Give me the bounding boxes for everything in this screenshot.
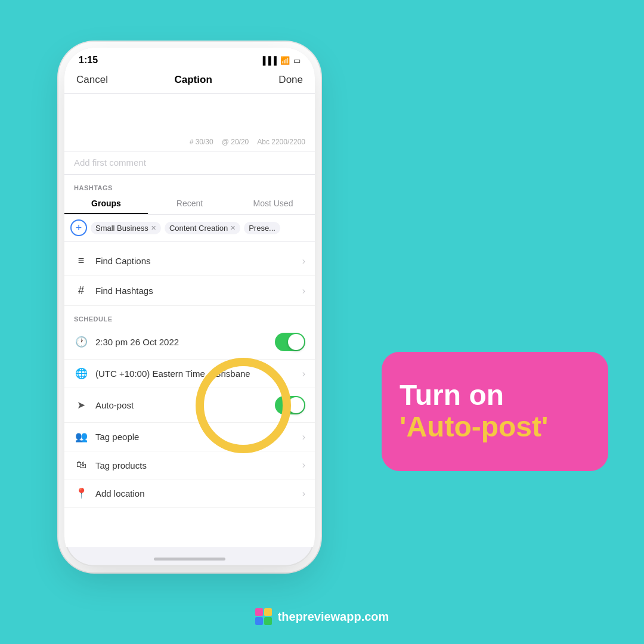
logo-cell-blue [255,617,263,625]
status-icons: ▐▐▐ 📶 ▭ [260,56,301,65]
hashtags-section: HASHTAGS Groups Recent Most Used + Small… [64,179,315,242]
logo-cell-green [264,617,272,625]
counter-bar: # 30/30 @ 20/20 Abc 2200/2200 [64,135,315,151]
timezone-text: (UTC +10:00) Eastern Time – Brisbane [95,369,302,379]
find-hashtags-item[interactable]: # Find Hashtags › [64,276,315,306]
tab-recent[interactable]: Recent [148,194,231,214]
wifi-icon: 📶 [280,56,290,65]
tag-products-arrow-icon: › [302,460,305,470]
autopost-text: Auto-post [95,400,275,410]
signal-icon: ▐▐▐ [260,56,277,65]
location-icon: 📍 [74,487,88,500]
tag-close-icon[interactable]: ✕ [151,224,156,232]
globe-icon: 🌐 [74,367,88,380]
schedule-label: SCHEDULE [64,311,315,325]
datetime-item[interactable]: 🕐 2:30 pm 26 Oct 2022 [64,325,315,360]
logo-cell-pink [255,608,263,616]
tab-groups[interactable]: Groups [64,194,148,214]
tag-chip-small-business[interactable]: Small Business ✕ [91,222,161,234]
bag-icon: 🛍 [74,459,88,471]
captions-arrow-icon: › [302,256,305,267]
status-time: 1:15 [79,55,98,66]
find-captions-label: Find Captions [95,256,302,266]
find-captions-item[interactable]: ≡ Find Captions › [64,246,315,276]
timezone-item[interactable]: 🌐 (UTC +10:00) Eastern Time – Brisbane › [64,360,315,388]
phone-wrapper: 1:15 ▐▐▐ 📶 ▭ Cancel Caption Done # 30/30… [64,48,315,566]
add-location-item[interactable]: 📍 Add location › [64,479,315,508]
hashtag-tabs: Groups Recent Most Used [64,194,315,215]
captions-icon: ≡ [74,255,88,267]
cancel-button[interactable]: Cancel [76,74,108,86]
status-bar: 1:15 ▐▐▐ 📶 ▭ [64,48,315,69]
datetime-text: 2:30 pm 26 Oct 2022 [95,337,275,347]
done-button[interactable]: Done [278,74,303,86]
cta-badge: Turn on 'Auto-post' [382,352,608,471]
battery-icon: ▭ [293,56,301,65]
nav-bar: Cancel Caption Done [64,69,315,94]
autopost-item[interactable]: ➤ Auto-post [64,388,315,423]
tag-products-text: Tag products [95,460,302,470]
phone-content: # 30/30 @ 20/20 Abc 2200/2200 Add first … [64,94,315,547]
tag-close-icon[interactable]: ✕ [230,224,236,232]
add-tag-button[interactable]: + [70,219,87,236]
tag-people-text: Tag people [95,432,302,442]
hashtags-arrow-icon: › [302,286,305,296]
nav-title: Caption [175,74,212,86]
tag-chip-content-creation[interactable]: Content Creation ✕ [165,222,240,234]
logo-cell-yellow [264,608,272,616]
badge-line1: Turn on [400,380,590,411]
comment-area[interactable]: Add first comment [64,151,315,175]
timezone-arrow-icon: › [302,369,305,379]
autopost-icon: ➤ [74,399,88,411]
add-location-arrow-icon: › [302,488,305,499]
badge-line2: 'Auto-post' [400,411,590,443]
schedule-section: SCHEDULE 🕐 2:30 pm 26 Oct 2022 🌐 (UTC +1… [64,311,315,508]
datetime-toggle[interactable] [275,333,305,351]
caption-area[interactable] [64,94,315,135]
footer: thepreviewapp.com [0,608,644,625]
people-icon: 👥 [74,431,88,443]
autopost-toggle[interactable] [275,396,305,414]
footer-url: thepreviewapp.com [278,610,389,624]
tag-label: Small Business [95,224,148,233]
hashtag-counter: # 30/30 [190,138,213,146]
tag-products-item[interactable]: 🛍 Tag products › [64,451,315,479]
hashtag-icon: # [74,284,88,297]
tag-label: Prese... [249,224,275,233]
tag-people-arrow-icon: › [302,432,305,442]
add-location-text: Add location [95,488,302,499]
tag-people-item[interactable]: 👥 Tag people › [64,423,315,451]
menu-section: ≡ Find Captions › # Find Hashtags › [64,246,315,306]
hashtags-label: HASHTAGS [64,179,315,194]
home-indicator [154,558,225,561]
app-logo [255,608,272,625]
phone-frame: 1:15 ▐▐▐ 📶 ▭ Cancel Caption Done # 30/30… [64,48,315,566]
clock-icon: 🕐 [74,336,88,348]
comment-placeholder: Add first comment [74,157,146,168]
char-counter: Abc 2200/2200 [257,138,305,146]
tag-label: Content Creation [169,224,228,233]
tags-row: + Small Business ✕ Content Creation ✕ Pr… [64,215,315,242]
find-hashtags-label: Find Hashtags [95,286,302,296]
tab-most-used[interactable]: Most Used [231,194,315,214]
mention-counter: @ 20/20 [222,138,249,146]
tag-chip-prese[interactable]: Prese... [244,222,280,234]
